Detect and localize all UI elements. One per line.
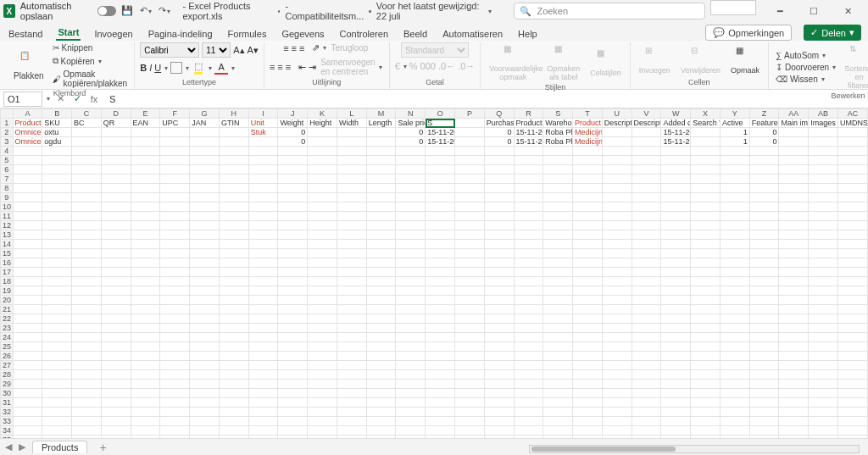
- cell-Q17[interactable]: [484, 268, 514, 277]
- cell-I18[interactable]: [248, 277, 278, 286]
- font-name-select[interactable]: Calibri: [140, 42, 199, 58]
- cell-Y1[interactable]: Active: [720, 119, 749, 128]
- align-center-icon[interactable]: ≡: [277, 62, 282, 72]
- cell-F32[interactable]: [160, 408, 190, 417]
- cell-W11[interactable]: [661, 212, 691, 221]
- cell-Z25[interactable]: [749, 342, 779, 352]
- cell-A21[interactable]: [13, 305, 42, 314]
- cell-A29[interactable]: [13, 380, 42, 389]
- cell-V33[interactable]: [632, 417, 661, 426]
- cell-AA17[interactable]: [779, 268, 809, 277]
- cell-AA19[interactable]: [779, 286, 809, 296]
- col-header-I[interactable]: I: [248, 109, 278, 119]
- cell-C14[interactable]: [72, 240, 102, 249]
- cell-G23[interactable]: [190, 324, 220, 333]
- cell-AB5[interactable]: [809, 156, 838, 165]
- cell-E4[interactable]: [131, 147, 160, 156]
- tab-gegevens[interactable]: Gegevens: [280, 27, 326, 41]
- cell-B32[interactable]: [42, 408, 72, 417]
- cell-Z14[interactable]: [749, 240, 779, 249]
- cell-S5[interactable]: [543, 156, 573, 165]
- cell-Z29[interactable]: [749, 380, 779, 389]
- cell-N22[interactable]: [396, 314, 426, 324]
- cell-S27[interactable]: [543, 361, 573, 370]
- cell-Z20[interactable]: [749, 296, 779, 305]
- cell-E12[interactable]: [131, 221, 160, 230]
- cell-V4[interactable]: [632, 147, 661, 156]
- cell-X7[interactable]: [691, 175, 721, 184]
- cell-W17[interactable]: [661, 268, 691, 277]
- cell-AB1[interactable]: Images: [809, 119, 838, 128]
- borders-button[interactable]: [170, 62, 182, 74]
- cell-C24[interactable]: [72, 333, 102, 342]
- cell-X23[interactable]: [691, 324, 721, 333]
- cell-S26[interactable]: [543, 352, 573, 361]
- cell-U5[interactable]: [602, 156, 632, 165]
- cell-P15[interactable]: [455, 249, 485, 258]
- cell-G6[interactable]: [190, 165, 220, 175]
- cell-Q22[interactable]: [484, 314, 514, 324]
- col-header-J[interactable]: J: [278, 109, 308, 119]
- cell-I28[interactable]: [248, 370, 278, 380]
- cell-N2[interactable]: 0: [396, 128, 426, 137]
- cell-G11[interactable]: [190, 212, 220, 221]
- cell-N31[interactable]: [396, 398, 426, 408]
- tab-beeld[interactable]: Beeld: [402, 27, 429, 41]
- tab-pagina-indeling[interactable]: Pagina-indeling: [147, 27, 214, 41]
- cell-L28[interactable]: [337, 370, 366, 380]
- cell-F24[interactable]: [160, 333, 190, 342]
- cell-E21[interactable]: [131, 305, 160, 314]
- cell-F27[interactable]: [160, 361, 190, 370]
- cell-R1[interactable]: Product status: [514, 119, 543, 128]
- cell-F9[interactable]: [160, 193, 190, 203]
- cell-A13[interactable]: [13, 230, 42, 240]
- decrease-indent-icon[interactable]: ⇤: [298, 62, 306, 73]
- cell-L4[interactable]: [337, 147, 366, 156]
- cell-T20[interactable]: [573, 296, 603, 305]
- cell-C11[interactable]: [72, 212, 102, 221]
- cell-N3[interactable]: 0: [396, 137, 426, 147]
- cell-V8[interactable]: [632, 184, 661, 193]
- cell-F5[interactable]: [160, 156, 190, 165]
- cell-A16[interactable]: [13, 258, 42, 268]
- cell-U11[interactable]: [602, 212, 632, 221]
- increase-font-icon[interactable]: A▴: [233, 45, 244, 56]
- cell-V10[interactable]: [632, 203, 661, 212]
- cell-I17[interactable]: [248, 268, 278, 277]
- cell-G22[interactable]: [190, 314, 220, 324]
- cell-F29[interactable]: [160, 380, 190, 389]
- cell-T33[interactable]: [573, 417, 603, 426]
- cell-Z17[interactable]: [749, 268, 779, 277]
- cell-A12[interactable]: [13, 221, 42, 230]
- cell-C3[interactable]: [72, 137, 102, 147]
- cell-G24[interactable]: [190, 333, 220, 342]
- cell-K13[interactable]: [308, 230, 337, 240]
- cell-N18[interactable]: [396, 277, 426, 286]
- cell-A34[interactable]: [13, 426, 42, 436]
- cell-M3[interactable]: [366, 137, 396, 147]
- cell-K4[interactable]: [308, 147, 337, 156]
- col-header-K[interactable]: K: [308, 109, 337, 119]
- cell-G5[interactable]: [190, 156, 220, 165]
- cell-C27[interactable]: [72, 361, 102, 370]
- cell-B26[interactable]: [42, 352, 72, 361]
- cell-O1[interactable]: S: [426, 119, 455, 128]
- cell-S23[interactable]: [543, 324, 573, 333]
- col-header-AB[interactable]: AB: [809, 109, 838, 119]
- row-header-6[interactable]: 6: [1, 165, 14, 175]
- percent-icon[interactable]: %: [409, 61, 418, 71]
- cell-A1[interactable]: Product Title: [13, 119, 42, 128]
- cell-AA7[interactable]: [779, 175, 809, 184]
- cell-W26[interactable]: [661, 352, 691, 361]
- cell-Z7[interactable]: [749, 175, 779, 184]
- cell-T13[interactable]: [573, 230, 603, 240]
- cell-L10[interactable]: [337, 203, 366, 212]
- cell-P31[interactable]: [455, 398, 485, 408]
- cell-V3[interactable]: [632, 137, 661, 147]
- row-header-33[interactable]: 33: [1, 417, 14, 426]
- cell-H4[interactable]: [219, 147, 248, 156]
- cell-I23[interactable]: [248, 324, 278, 333]
- cell-AA24[interactable]: [779, 333, 809, 342]
- cell-W18[interactable]: [661, 277, 691, 286]
- cell-Y7[interactable]: [720, 175, 749, 184]
